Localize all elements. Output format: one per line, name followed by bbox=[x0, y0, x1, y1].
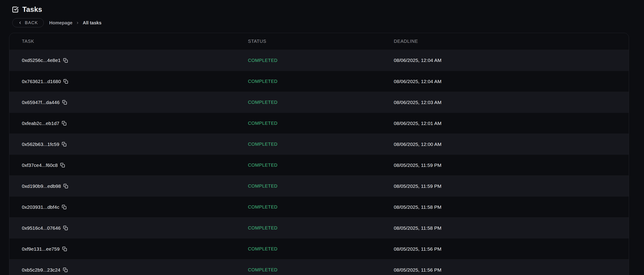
task-status: COMPLETED bbox=[248, 58, 394, 63]
task-deadline: 08/05/2025, 11:58 PM bbox=[394, 204, 629, 210]
task-status: COMPLETED bbox=[248, 163, 394, 168]
task-cell: 0x203931...dbf4c bbox=[22, 204, 248, 210]
task-hash: 0xfeab2c...eb1d7 bbox=[22, 121, 59, 126]
column-header-task: TASK bbox=[22, 39, 248, 44]
task-cell: 0xfeab2c...eb1d7 bbox=[22, 121, 248, 126]
copy-icon[interactable] bbox=[62, 121, 66, 126]
page-title: Tasks bbox=[22, 5, 42, 14]
task-cell: 0x562b63...1fc59 bbox=[22, 142, 248, 147]
column-header-status: STATUS bbox=[248, 39, 394, 44]
task-status: COMPLETED bbox=[248, 100, 394, 105]
task-hash: 0x763621...d1680 bbox=[22, 79, 61, 84]
task-hash: 0x65947f...da446 bbox=[22, 100, 60, 105]
task-status: COMPLETED bbox=[248, 267, 394, 273]
task-status: COMPLETED bbox=[248, 225, 394, 231]
task-deadline: 08/05/2025, 11:58 PM bbox=[394, 225, 629, 231]
copy-icon[interactable] bbox=[62, 205, 66, 210]
task-hash: 0xf37ce4...f60c8 bbox=[22, 163, 58, 168]
breadcrumb-homepage[interactable]: Homepage bbox=[49, 20, 72, 25]
task-deadline: 08/06/2025, 12:03 AM bbox=[394, 100, 629, 105]
task-cell: 0xd190b9...edb98 bbox=[22, 184, 248, 189]
copy-icon[interactable] bbox=[63, 79, 68, 84]
task-hash: 0xd5256c...4e8e1 bbox=[22, 58, 60, 63]
table-row: 0x562b63...1fc59 COMPLETED 08/06/2025, 1… bbox=[9, 134, 629, 155]
task-status: COMPLETED bbox=[248, 246, 394, 252]
task-deadline: 08/06/2025, 12:01 AM bbox=[394, 121, 629, 126]
copy-icon[interactable] bbox=[62, 142, 66, 147]
copy-icon[interactable] bbox=[63, 226, 68, 230]
breadcrumb: Homepage All tasks bbox=[49, 20, 102, 25]
task-cell: 0xf37ce4...f60c8 bbox=[22, 163, 248, 168]
table-row: 0x65947f...da446 COMPLETED 08/06/2025, 1… bbox=[9, 92, 629, 113]
table-header-row: TASK STATUS DEADLINE bbox=[9, 33, 629, 50]
copy-icon[interactable] bbox=[63, 58, 68, 63]
copy-icon[interactable] bbox=[60, 163, 65, 168]
task-cell: 0xd5256c...4e8e1 bbox=[22, 58, 248, 63]
chevron-left-icon bbox=[18, 21, 22, 25]
chevron-right-icon bbox=[76, 21, 79, 24]
task-deadline: 08/05/2025, 11:56 PM bbox=[394, 267, 629, 273]
table-row: 0xf9e131...ee759 COMPLETED 08/05/2025, 1… bbox=[9, 238, 629, 259]
task-hash: 0xf9e131...ee759 bbox=[22, 246, 60, 252]
table-row: 0xfeab2c...eb1d7 COMPLETED 08/06/2025, 1… bbox=[9, 113, 629, 134]
table-row: 0x203931...dbf4c COMPLETED 08/05/2025, 1… bbox=[9, 197, 629, 217]
tasks-table: TASK STATUS DEADLINE 0xd5256c...4e8e1 CO… bbox=[9, 33, 629, 275]
task-deadline: 08/06/2025, 12:00 AM bbox=[394, 142, 629, 147]
copy-icon[interactable] bbox=[63, 268, 68, 272]
task-cell: 0x763621...d1680 bbox=[22, 79, 248, 84]
task-cell: 0xf9e131...ee759 bbox=[22, 246, 248, 252]
task-cell: 0x65947f...da446 bbox=[22, 100, 248, 105]
task-status: COMPLETED bbox=[248, 121, 394, 126]
column-header-deadline: DEADLINE bbox=[394, 39, 629, 44]
table-row: 0xf37ce4...f60c8 COMPLETED 08/05/2025, 1… bbox=[9, 155, 629, 176]
task-deadline: 08/05/2025, 11:59 PM bbox=[394, 163, 629, 168]
task-deadline: 08/06/2025, 12:04 AM bbox=[394, 58, 629, 63]
task-cell: 0x9516c4...07646 bbox=[22, 225, 248, 231]
table-row: 0xd5256c...4e8e1 COMPLETED 08/06/2025, 1… bbox=[9, 50, 629, 71]
nav-row: BACK Homepage All tasks bbox=[12, 18, 644, 27]
task-status: COMPLETED bbox=[248, 142, 394, 147]
task-deadline: 08/05/2025, 11:56 PM bbox=[394, 246, 629, 252]
task-deadline: 08/06/2025, 12:04 AM bbox=[394, 79, 629, 84]
task-hash: 0xb5c2b9...23c24 bbox=[22, 267, 60, 273]
task-hash: 0x203931...dbf4c bbox=[22, 204, 59, 210]
back-button-label: BACK bbox=[25, 20, 38, 25]
table-row: 0xd190b9...edb98 COMPLETED 08/05/2025, 1… bbox=[9, 176, 629, 197]
task-cell: 0xb5c2b9...23c24 bbox=[22, 267, 248, 273]
task-status: COMPLETED bbox=[248, 204, 394, 210]
check-square-icon bbox=[12, 6, 19, 13]
tasks-page: Tasks BACK Homepage All tasks TASK STATU… bbox=[0, 0, 644, 275]
copy-icon[interactable] bbox=[63, 184, 68, 189]
page-header: Tasks bbox=[0, 0, 644, 14]
copy-icon[interactable] bbox=[62, 247, 67, 251]
back-button[interactable]: BACK bbox=[12, 18, 44, 27]
task-hash: 0xd190b9...edb98 bbox=[22, 184, 61, 189]
table-row: 0x9516c4...07646 COMPLETED 08/05/2025, 1… bbox=[9, 217, 629, 238]
task-status: COMPLETED bbox=[248, 184, 394, 189]
task-deadline: 08/05/2025, 11:59 PM bbox=[394, 184, 629, 189]
task-hash: 0x562b63...1fc59 bbox=[22, 142, 59, 147]
copy-icon[interactable] bbox=[62, 100, 67, 105]
task-status: COMPLETED bbox=[248, 79, 394, 84]
table-body: 0xd5256c...4e8e1 COMPLETED 08/06/2025, 1… bbox=[9, 50, 629, 275]
task-hash: 0x9516c4...07646 bbox=[22, 225, 60, 231]
table-row: 0x763621...d1680 COMPLETED 08/06/2025, 1… bbox=[9, 71, 629, 92]
table-row: 0xb5c2b9...23c24 COMPLETED 08/05/2025, 1… bbox=[9, 259, 629, 275]
breadcrumb-all-tasks: All tasks bbox=[83, 20, 102, 25]
